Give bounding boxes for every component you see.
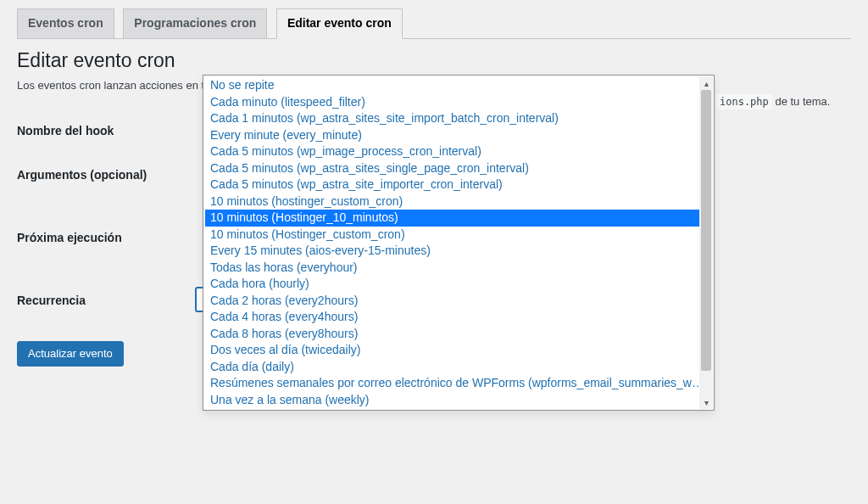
recurrence-option[interactable]: 10 minutos (Hostinger_10_minutos) <box>205 210 712 227</box>
intro-prefix: Los eventos cron lanzan acciones en tu <box>17 79 210 92</box>
tab-editar-evento-cron[interactable]: Editar evento cron <box>276 8 403 39</box>
recurrence-option[interactable]: Cada 5 minutos (wp_image_process_cron_in… <box>205 143 712 160</box>
recurrence-option[interactable]: Every minute (every_minute) <box>205 127 712 144</box>
recurrence-option[interactable]: 10 minutos (Hostinger_custom_cron) <box>205 227 712 244</box>
label-arguments: Argumentos (opcional) <box>17 153 195 197</box>
recurrence-option[interactable]: No se repite <box>205 77 712 94</box>
recurrence-option[interactable]: Cada minuto (litespeed_filter) <box>205 94 712 111</box>
recurrence-option[interactable]: Cada hora (hourly) <box>205 276 712 293</box>
recurrence-option[interactable]: Resúmenes semanales por correo electróni… <box>205 375 712 392</box>
recurrence-option[interactable]: Una vez a la semana (weekly) <box>205 392 712 409</box>
nav-tabs: Eventos cron Programaciones cron Editar … <box>17 8 851 39</box>
recurrence-option[interactable]: Cada 5 minutos (wp_astra_sites_single_pa… <box>205 160 712 177</box>
scroll-up-icon[interactable]: ▴ <box>699 76 713 90</box>
page-title: Editar evento cron <box>17 49 851 72</box>
scroll-thumb[interactable] <box>701 90 711 371</box>
recurrence-option[interactable]: Todas las horas (everyhour) <box>205 260 712 277</box>
intro-tail: ions.php de tu tema. <box>716 95 830 108</box>
recurrence-option[interactable]: Cada día (daily) <box>205 359 712 376</box>
update-event-button[interactable]: Actualizar evento <box>17 341 124 367</box>
recurrence-option[interactable]: Cada 2 horas (every2hours) <box>205 293 712 310</box>
recurrence-dropdown[interactable]: No se repiteCada minuto (litespeed_filte… <box>203 75 715 411</box>
recurrence-option[interactable]: Cada 4 horas (every4hours) <box>205 309 712 326</box>
recurrence-option[interactable]: Dos veces al día (twicedaily) <box>205 342 712 359</box>
dropdown-scrollbar[interactable]: ▴ ▾ <box>699 76 713 409</box>
recurrence-option[interactable]: 10 minutos (hostinger_custom_cron) <box>205 193 712 210</box>
scroll-down-icon[interactable]: ▾ <box>699 395 713 409</box>
intro-suffix: de tu tema. <box>772 95 831 108</box>
recurrence-option[interactable]: Cada 1 minutos (wp_astra_sites_site_impo… <box>205 110 712 127</box>
label-recurrence: Recurrencia <box>17 278 195 322</box>
label-next-run: Próxima ejecución <box>17 197 195 278</box>
tab-eventos-cron[interactable]: Eventos cron <box>17 8 114 39</box>
scroll-track[interactable] <box>699 90 713 395</box>
recurrence-option[interactable]: Every 15 minutes (aios-every-15-minutes) <box>205 243 712 260</box>
recurrence-option[interactable]: Cada 5 minutos (wp_astra_site_importer_c… <box>205 176 712 193</box>
label-hook-name: Nombre del hook <box>17 109 195 153</box>
recurrence-option[interactable]: Cada 8 horas (every8hours) <box>205 326 712 343</box>
tab-programaciones-cron[interactable]: Programaciones cron <box>123 8 267 39</box>
intro-code: ions.php <box>716 94 772 109</box>
